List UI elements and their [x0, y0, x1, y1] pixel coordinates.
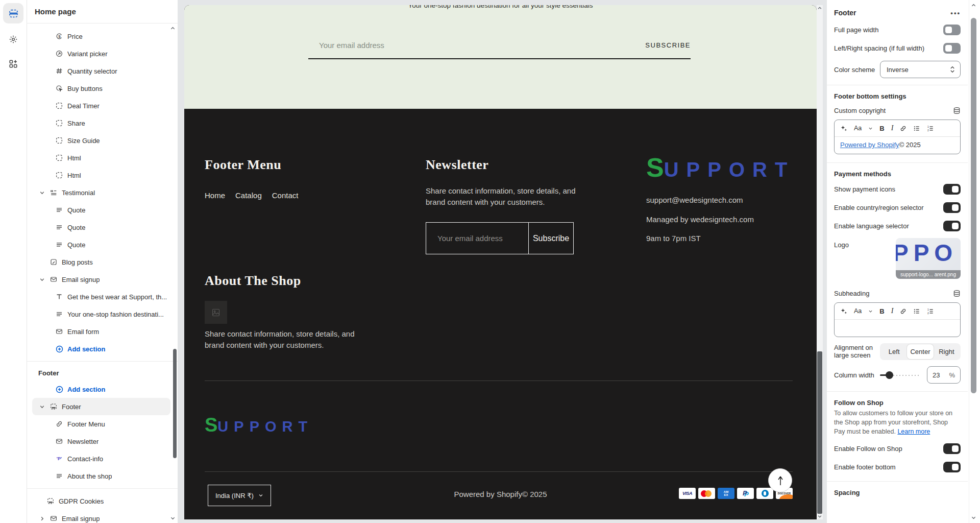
logo-thumbnail[interactable]: PPO support-logo... arent.png: [896, 238, 961, 279]
sidebar-scroll-down-icon[interactable]: [170, 515, 176, 521]
sidebar-item-contact-info[interactable]: 'P' Contact-info: [27, 450, 178, 467]
sections-nav-button[interactable]: [3, 3, 23, 23]
newsletter-form: Your email address Subscribe: [426, 222, 574, 254]
italic-button[interactable]: I: [891, 124, 894, 132]
color-scheme-select[interactable]: Inverse: [880, 61, 961, 78]
panel-scroll-down-icon[interactable]: [971, 515, 976, 520]
bullet-list-icon[interactable]: [913, 125, 920, 132]
sidebar-item-quote-1[interactable]: Quote: [27, 201, 178, 219]
add-section-button-template[interactable]: Add section: [27, 340, 178, 358]
subheading-value[interactable]: [835, 320, 960, 337]
enable-follow-label: Enable Follow on Shop: [834, 445, 902, 453]
sidebar-item-share[interactable]: Share: [27, 114, 178, 132]
preview-scroll-up-icon[interactable]: [817, 6, 823, 11]
chevron-down-icon[interactable]: [868, 309, 873, 314]
sidebar-item-buy-buttons[interactable]: Buy buttons: [27, 80, 178, 97]
sidebar-item-html-2[interactable]: Html: [27, 167, 178, 184]
show-payment-icons-toggle[interactable]: [943, 184, 961, 195]
more-options-icon[interactable]: •••: [950, 9, 961, 17]
sidebar-section-testimonial[interactable]: Testimonial: [27, 184, 178, 201]
sidebar-section-email-signup-2[interactable]: Email signup: [27, 510, 178, 523]
newsletter-email-input[interactable]: Your email address: [426, 223, 528, 254]
hero-subscribe-button[interactable]: SUBSCRIBE: [645, 41, 691, 49]
sidebar-item-quote-2[interactable]: Quote: [27, 219, 178, 236]
panel-scrollbar[interactable]: [969, 0, 978, 523]
chevron-down-icon[interactable]: [868, 126, 873, 131]
lr-spacing-toggle[interactable]: [943, 43, 961, 54]
hero-tagline: Your one-stop fashion destination for al…: [184, 5, 817, 9]
sidebar-item-quote-3[interactable]: Quote: [27, 236, 178, 253]
sidebar-section-footer[interactable]: Footer: [32, 398, 170, 415]
magic-icon[interactable]: [840, 125, 847, 132]
text-style-button[interactable]: Aa: [854, 125, 862, 132]
bullet-list-icon[interactable]: [913, 308, 920, 315]
apps-nav-button[interactable]: [3, 55, 23, 73]
preview-scroll-down-icon[interactable]: [817, 514, 823, 519]
sidebar-item-about-the-shop[interactable]: About the shop: [27, 467, 178, 485]
panel-scroll-up-icon[interactable]: [971, 3, 976, 8]
preview-scrollbar-thumb[interactable]: [817, 351, 822, 514]
magic-icon[interactable]: [840, 307, 847, 315]
newsletter-subscribe-button[interactable]: Subscribe: [528, 223, 573, 254]
enable-country-toggle[interactable]: [943, 202, 961, 213]
full-page-width-toggle[interactable]: [943, 25, 961, 35]
sidebar-section-email-signup[interactable]: Email signup: [27, 271, 178, 288]
sidebar-item-price[interactable]: $ Price: [27, 28, 178, 45]
sidebar-scrollbar-thumb[interactable]: [173, 349, 177, 458]
enable-language-toggle[interactable]: [943, 221, 961, 231]
italic-button[interactable]: I: [891, 307, 894, 315]
sidebar-item-size-guide[interactable]: Size Guide: [27, 132, 178, 149]
sidebar-item-quantity-selector[interactable]: Quantity selector: [27, 62, 178, 80]
chevron-down-icon[interactable]: [38, 277, 45, 282]
dynamic-source-icon[interactable]: [953, 107, 961, 114]
learn-more-link[interactable]: Learn more: [897, 428, 930, 435]
footer-link-home[interactable]: Home: [205, 191, 225, 200]
column-width-slider[interactable]: [880, 371, 921, 378]
column-width-input[interactable]: 23 %: [927, 366, 961, 384]
divider: [827, 481, 968, 482]
footer-link-contact[interactable]: Contact: [272, 191, 299, 200]
custom-block-icon: [55, 119, 63, 127]
text-style-button[interactable]: Aa: [854, 307, 862, 315]
link-button-icon[interactable]: [900, 125, 906, 132]
add-section-button-footer[interactable]: Add section: [27, 381, 178, 398]
numbered-list-icon[interactable]: 12: [927, 125, 934, 132]
sidebar-item-newsletter[interactable]: Newsletter: [27, 433, 178, 450]
theme-settings-button[interactable]: [3, 31, 23, 48]
copyright-link[interactable]: Powered by Shopify: [840, 141, 899, 149]
chevron-down-icon[interactable]: [38, 404, 45, 410]
sidebar-item-variant-picker[interactable]: Variant picker: [27, 45, 178, 62]
numbered-list-icon[interactable]: 12: [927, 308, 934, 315]
custom-copyright-value[interactable]: Powered by Shopify© 2025: [835, 137, 960, 154]
sidebar-item-footer-menu[interactable]: Footer Menu: [27, 415, 178, 433]
sidebar-section-blog-posts[interactable]: Blog posts: [27, 253, 178, 271]
divider: [827, 85, 968, 85]
back-to-top-button[interactable]: [768, 468, 792, 492]
alignment-center-option[interactable]: Center: [907, 344, 933, 359]
enable-footer-bottom-toggle[interactable]: [943, 462, 961, 472]
spacing-heading: Spacing: [834, 489, 961, 496]
bold-button[interactable]: B: [879, 125, 884, 132]
chevron-right-icon[interactable]: [38, 516, 45, 521]
sidebar-scroll-up-icon[interactable]: [170, 26, 176, 31]
sidebar-section-gdpr-cookies[interactable]: GDPR Cookies: [27, 492, 178, 510]
slider-handle[interactable]: [886, 371, 893, 379]
preview-scrollbar[interactable]: [817, 5, 823, 519]
alignment-right-option[interactable]: Right: [934, 344, 960, 359]
panel-scrollbar-thumb[interactable]: [971, 18, 976, 393]
dynamic-source-icon[interactable]: [953, 290, 961, 297]
link-button-icon[interactable]: [900, 308, 906, 315]
bold-button[interactable]: B: [879, 307, 884, 315]
footer-link-catalog[interactable]: Catalog: [235, 191, 262, 200]
enable-follow-toggle[interactable]: [943, 443, 961, 454]
sidebar-item-subtext[interactable]: Your one-stop fashion destinati...: [27, 305, 178, 323]
envelope-icon: [50, 275, 58, 283]
sidebar-item-deal-timer[interactable]: Deal Timer: [27, 97, 178, 114]
footer-section-icon: [50, 402, 58, 411]
sidebar-item-html-1[interactable]: Html: [27, 149, 178, 167]
sidebar-item-email-form[interactable]: Email form: [27, 323, 178, 340]
sidebar-item-heading-text[interactable]: Get the best wear at Support, th...: [27, 288, 178, 305]
alignment-left-option[interactable]: Left: [881, 344, 907, 359]
hero-email-input[interactable]: Your email address: [319, 41, 384, 50]
chevron-down-icon[interactable]: [38, 190, 45, 196]
